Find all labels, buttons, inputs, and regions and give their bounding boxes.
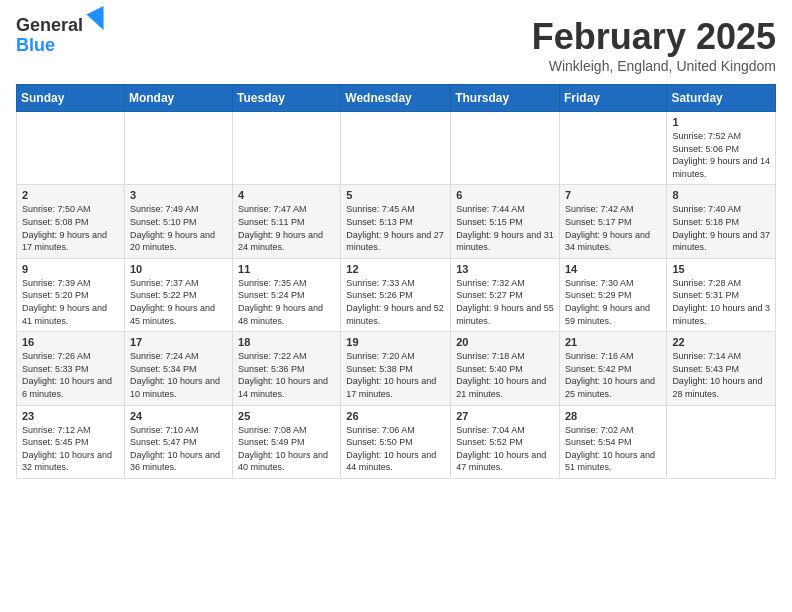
calendar-cell: 23Sunrise: 7:12 AM Sunset: 5:45 PM Dayli… — [17, 405, 125, 478]
calendar-cell: 27Sunrise: 7:04 AM Sunset: 5:52 PM Dayli… — [451, 405, 560, 478]
day-number: 15 — [672, 263, 770, 275]
day-number: 5 — [346, 189, 445, 201]
calendar-cell: 18Sunrise: 7:22 AM Sunset: 5:36 PM Dayli… — [233, 332, 341, 405]
day-info: Sunrise: 7:47 AM Sunset: 5:11 PM Dayligh… — [238, 203, 335, 253]
calendar-cell: 21Sunrise: 7:16 AM Sunset: 5:42 PM Dayli… — [559, 332, 666, 405]
calendar-table: SundayMondayTuesdayWednesdayThursdayFrid… — [16, 84, 776, 479]
calendar-cell — [559, 112, 666, 185]
calendar-cell: 28Sunrise: 7:02 AM Sunset: 5:54 PM Dayli… — [559, 405, 666, 478]
day-number: 10 — [130, 263, 227, 275]
page-header: General Blue February 2025 Winkleigh, En… — [16, 16, 776, 74]
day-info: Sunrise: 7:52 AM Sunset: 5:06 PM Dayligh… — [672, 130, 770, 180]
day-number: 12 — [346, 263, 445, 275]
calendar-week-row: 23Sunrise: 7:12 AM Sunset: 5:45 PM Dayli… — [17, 405, 776, 478]
day-number: 17 — [130, 336, 227, 348]
day-info: Sunrise: 7:30 AM Sunset: 5:29 PM Dayligh… — [565, 277, 661, 327]
calendar-cell: 16Sunrise: 7:26 AM Sunset: 5:33 PM Dayli… — [17, 332, 125, 405]
calendar-header-friday: Friday — [559, 85, 666, 112]
calendar-cell: 13Sunrise: 7:32 AM Sunset: 5:27 PM Dayli… — [451, 258, 560, 331]
day-info: Sunrise: 7:35 AM Sunset: 5:24 PM Dayligh… — [238, 277, 335, 327]
calendar-header-thursday: Thursday — [451, 85, 560, 112]
calendar-week-row: 1Sunrise: 7:52 AM Sunset: 5:06 PM Daylig… — [17, 112, 776, 185]
logo: General Blue — [16, 16, 105, 56]
calendar-cell — [451, 112, 560, 185]
day-number: 9 — [22, 263, 119, 275]
calendar-cell: 26Sunrise: 7:06 AM Sunset: 5:50 PM Dayli… — [341, 405, 451, 478]
day-info: Sunrise: 7:42 AM Sunset: 5:17 PM Dayligh… — [565, 203, 661, 253]
day-info: Sunrise: 7:49 AM Sunset: 5:10 PM Dayligh… — [130, 203, 227, 253]
calendar-cell: 10Sunrise: 7:37 AM Sunset: 5:22 PM Dayli… — [124, 258, 232, 331]
day-number: 26 — [346, 410, 445, 422]
calendar-cell — [124, 112, 232, 185]
calendar-header-wednesday: Wednesday — [341, 85, 451, 112]
calendar-cell: 20Sunrise: 7:18 AM Sunset: 5:40 PM Dayli… — [451, 332, 560, 405]
day-number: 19 — [346, 336, 445, 348]
day-info: Sunrise: 7:16 AM Sunset: 5:42 PM Dayligh… — [565, 350, 661, 400]
day-info: Sunrise: 7:39 AM Sunset: 5:20 PM Dayligh… — [22, 277, 119, 327]
day-number: 20 — [456, 336, 554, 348]
day-info: Sunrise: 7:40 AM Sunset: 5:18 PM Dayligh… — [672, 203, 770, 253]
calendar-cell: 7Sunrise: 7:42 AM Sunset: 5:17 PM Daylig… — [559, 185, 666, 258]
day-info: Sunrise: 7:32 AM Sunset: 5:27 PM Dayligh… — [456, 277, 554, 327]
calendar-cell: 11Sunrise: 7:35 AM Sunset: 5:24 PM Dayli… — [233, 258, 341, 331]
day-number: 7 — [565, 189, 661, 201]
calendar-cell — [341, 112, 451, 185]
logo-icon — [85, 6, 105, 30]
day-info: Sunrise: 7:28 AM Sunset: 5:31 PM Dayligh… — [672, 277, 770, 327]
calendar-cell: 3Sunrise: 7:49 AM Sunset: 5:10 PM Daylig… — [124, 185, 232, 258]
day-info: Sunrise: 7:04 AM Sunset: 5:52 PM Dayligh… — [456, 424, 554, 474]
month-title: February 2025 — [532, 16, 776, 58]
calendar-cell: 2Sunrise: 7:50 AM Sunset: 5:08 PM Daylig… — [17, 185, 125, 258]
day-info: Sunrise: 7:33 AM Sunset: 5:26 PM Dayligh… — [346, 277, 445, 327]
calendar-cell: 4Sunrise: 7:47 AM Sunset: 5:11 PM Daylig… — [233, 185, 341, 258]
day-number: 18 — [238, 336, 335, 348]
calendar-cell: 5Sunrise: 7:45 AM Sunset: 5:13 PM Daylig… — [341, 185, 451, 258]
calendar-week-row: 2Sunrise: 7:50 AM Sunset: 5:08 PM Daylig… — [17, 185, 776, 258]
day-number: 11 — [238, 263, 335, 275]
day-info: Sunrise: 7:37 AM Sunset: 5:22 PM Dayligh… — [130, 277, 227, 327]
day-info: Sunrise: 7:02 AM Sunset: 5:54 PM Dayligh… — [565, 424, 661, 474]
day-info: Sunrise: 7:26 AM Sunset: 5:33 PM Dayligh… — [22, 350, 119, 400]
day-number: 2 — [22, 189, 119, 201]
calendar-cell — [233, 112, 341, 185]
calendar-cell: 9Sunrise: 7:39 AM Sunset: 5:20 PM Daylig… — [17, 258, 125, 331]
calendar-cell — [17, 112, 125, 185]
calendar-header-saturday: Saturday — [667, 85, 776, 112]
calendar-cell: 1Sunrise: 7:52 AM Sunset: 5:06 PM Daylig… — [667, 112, 776, 185]
calendar-cell: 15Sunrise: 7:28 AM Sunset: 5:31 PM Dayli… — [667, 258, 776, 331]
day-number: 22 — [672, 336, 770, 348]
calendar-cell: 25Sunrise: 7:08 AM Sunset: 5:49 PM Dayli… — [233, 405, 341, 478]
day-info: Sunrise: 7:44 AM Sunset: 5:15 PM Dayligh… — [456, 203, 554, 253]
day-number: 6 — [456, 189, 554, 201]
day-number: 25 — [238, 410, 335, 422]
calendar-cell: 12Sunrise: 7:33 AM Sunset: 5:26 PM Dayli… — [341, 258, 451, 331]
day-number: 27 — [456, 410, 554, 422]
day-info: Sunrise: 7:45 AM Sunset: 5:13 PM Dayligh… — [346, 203, 445, 253]
calendar-cell: 19Sunrise: 7:20 AM Sunset: 5:38 PM Dayli… — [341, 332, 451, 405]
calendar-week-row: 16Sunrise: 7:26 AM Sunset: 5:33 PM Dayli… — [17, 332, 776, 405]
day-info: Sunrise: 7:22 AM Sunset: 5:36 PM Dayligh… — [238, 350, 335, 400]
calendar-cell: 8Sunrise: 7:40 AM Sunset: 5:18 PM Daylig… — [667, 185, 776, 258]
day-number: 3 — [130, 189, 227, 201]
location-text: Winkleigh, England, United Kingdom — [532, 58, 776, 74]
day-info: Sunrise: 7:24 AM Sunset: 5:34 PM Dayligh… — [130, 350, 227, 400]
day-number: 1 — [672, 116, 770, 128]
svg-marker-0 — [86, 6, 103, 30]
calendar-cell: 14Sunrise: 7:30 AM Sunset: 5:29 PM Dayli… — [559, 258, 666, 331]
title-section: February 2025 Winkleigh, England, United… — [532, 16, 776, 74]
day-number: 28 — [565, 410, 661, 422]
calendar-header-row: SundayMondayTuesdayWednesdayThursdayFrid… — [17, 85, 776, 112]
calendar-header-monday: Monday — [124, 85, 232, 112]
calendar-cell: 22Sunrise: 7:14 AM Sunset: 5:43 PM Dayli… — [667, 332, 776, 405]
day-number: 24 — [130, 410, 227, 422]
day-number: 16 — [22, 336, 119, 348]
day-info: Sunrise: 7:10 AM Sunset: 5:47 PM Dayligh… — [130, 424, 227, 474]
day-info: Sunrise: 7:14 AM Sunset: 5:43 PM Dayligh… — [672, 350, 770, 400]
day-number: 4 — [238, 189, 335, 201]
calendar-header-tuesday: Tuesday — [233, 85, 341, 112]
day-info: Sunrise: 7:08 AM Sunset: 5:49 PM Dayligh… — [238, 424, 335, 474]
calendar-cell: 6Sunrise: 7:44 AM Sunset: 5:15 PM Daylig… — [451, 185, 560, 258]
day-number: 23 — [22, 410, 119, 422]
calendar-week-row: 9Sunrise: 7:39 AM Sunset: 5:20 PM Daylig… — [17, 258, 776, 331]
day-number: 21 — [565, 336, 661, 348]
